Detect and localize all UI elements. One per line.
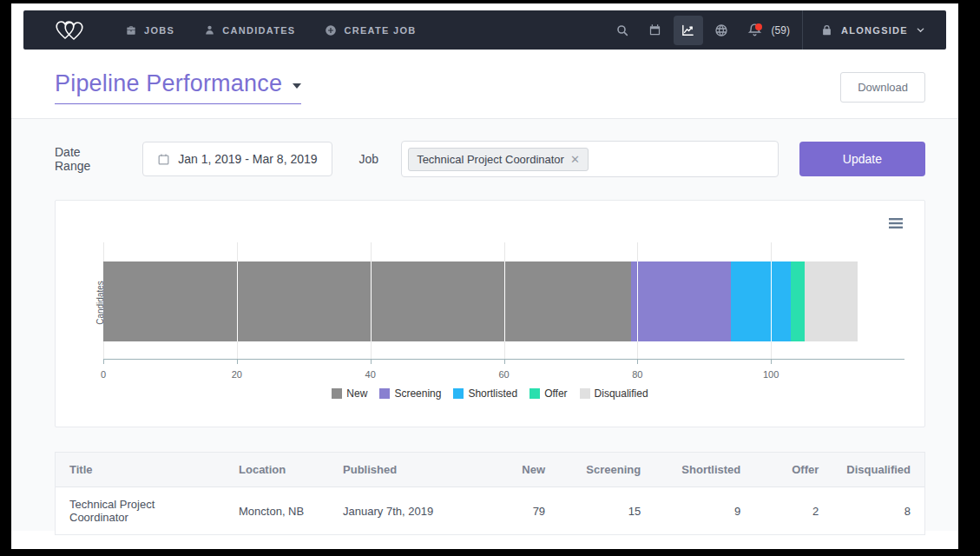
download-button[interactable]: Download [840,72,925,103]
account-menu[interactable]: ALONGSIDE [817,10,937,50]
reports-button[interactable] [674,16,703,45]
bar-segment-offer[interactable] [791,261,804,341]
date-range-label: Date Range [55,145,118,173]
hearts-logo-icon [53,17,88,43]
top-navbar: JOBS CANDIDATES CREATE JOB [23,10,946,50]
caret-down-icon [293,83,301,89]
legend-swatch [580,388,590,399]
x-tick-label: 60 [498,369,509,380]
results-table: TitleLocationPublishedNewScreeningShortl… [56,453,924,534]
account-label: ALONGSIDE [841,25,908,36]
x-tick-label: 20 [232,369,242,380]
chart-trend-icon [681,23,695,37]
column-header: New [477,453,559,487]
job-select-input[interactable]: Technical Project Coordinator ✕ [401,141,779,177]
table-cell: Technical Project Coordinator [56,487,225,535]
navbar-right: (59) ALONGSIDE [606,10,937,50]
axis-tick-mark [103,360,104,364]
update-button[interactable]: Update [799,142,925,176]
legend-swatch [529,388,540,399]
chevron-down-icon [916,25,925,35]
chart-legend: NewScreeningShortlistedOfferDisqualified [56,387,924,400]
job-label: Job [359,152,379,166]
notifications-button[interactable]: (59) [743,18,790,43]
legend-label: New [346,387,367,400]
results-table-card: TitleLocationPublishedNewScreeningShortl… [55,452,925,535]
nav-item-jobs[interactable]: JOBS [110,10,189,50]
legend-item-offer[interactable]: Offer [529,387,567,400]
navbar-divider [802,10,803,50]
stacked-bar [103,261,904,341]
bar-gridline [771,261,772,341]
date-range-value: Jan 1, 2019 - Mar 8, 2019 [178,152,317,166]
bell-icon [743,18,767,43]
chart-menu-button[interactable] [889,218,903,228]
globe-button[interactable] [707,16,736,45]
legend-swatch [379,388,390,399]
pipeline-chart-card: Candidates 020406080100 NewScreeningShor… [55,200,925,427]
nav-item-candidates[interactable]: CANDIDATES [189,10,310,50]
brand-logo[interactable] [23,17,110,43]
bar-gridline [637,261,638,341]
filter-bar: Date Range Jan 1, 2019 - Mar 8, 2019 Job… [11,119,958,199]
bar-segment-shortlisted[interactable] [731,261,791,341]
column-header: Location [225,453,329,487]
bar-segment-new[interactable] [103,261,631,341]
legend-item-screening[interactable]: Screening [379,387,441,400]
column-header: Shortlisted [654,453,754,487]
legend-item-disqualified[interactable]: Disqualified [580,387,648,400]
column-header: Screening [559,453,654,487]
legend-label: Shortlisted [468,387,517,400]
table-header-row: TitleLocationPublishedNewScreeningShortl… [56,453,924,487]
table-cell: 79 [477,487,559,535]
table-cell: Moncton, NB [225,487,329,535]
page-header: Pipeline Performance Download [11,50,958,118]
nav-item-create-job[interactable]: CREATE JOB [310,10,431,50]
nav-item-label: JOBS [144,25,174,36]
table-cell: 2 [754,487,832,535]
x-tick-label: 100 [763,369,779,380]
lock-icon [820,23,833,36]
column-header: Published [329,453,477,487]
report-type-selector[interactable]: Pipeline Performance [55,70,301,104]
remove-tag-icon[interactable]: ✕ [570,154,580,165]
table-cell: January 7th, 2019 [329,487,477,535]
axis-tick-mark [504,360,505,364]
legend-label: Screening [394,387,441,400]
table-cell: 8 [832,487,924,535]
bar-gridline [237,261,238,341]
page-title: Pipeline Performance [55,70,282,97]
column-header: Title [56,453,225,487]
bar-segment-screening[interactable] [631,261,731,341]
table-cell: 9 [654,487,754,535]
axis-tick-mark [637,360,638,364]
person-icon [204,24,215,36]
search-icon [615,23,629,37]
bar-gridline [371,261,372,341]
date-range-input[interactable]: Jan 1, 2019 - Mar 8, 2019 [142,142,332,176]
notification-dot [755,23,762,30]
job-tag-label: Technical Project Coordinator [417,153,564,166]
briefcase-icon [125,24,137,36]
table-row[interactable]: Technical Project CoordinatorMoncton, NB… [56,487,924,535]
legend-swatch [332,388,342,399]
x-tick-label: 0 [101,369,106,380]
axis-tick-mark [237,360,238,364]
report-section: Date Range Jan 1, 2019 - Mar 8, 2019 Job… [11,118,958,531]
notification-count: (59) [772,24,790,36]
legend-item-new[interactable]: New [332,387,367,400]
app-window: JOBS CANDIDATES CREATE JOB [11,3,958,549]
search-button[interactable] [608,16,637,45]
legend-label: Disqualified [595,387,648,400]
legend-swatch [453,388,464,399]
bar-segment-disqualified[interactable] [805,261,858,341]
x-tick-label: 80 [632,369,642,380]
legend-item-shortlisted[interactable]: Shortlisted [453,387,517,400]
table-cell: 15 [559,487,654,535]
x-tick-label: 40 [365,369,376,380]
calendar-outline-icon [157,153,170,166]
legend-label: Offer [544,387,567,400]
calendar-button[interactable] [641,16,670,45]
globe-icon [714,23,728,37]
table-body: Technical Project CoordinatorMoncton, NB… [56,487,924,535]
